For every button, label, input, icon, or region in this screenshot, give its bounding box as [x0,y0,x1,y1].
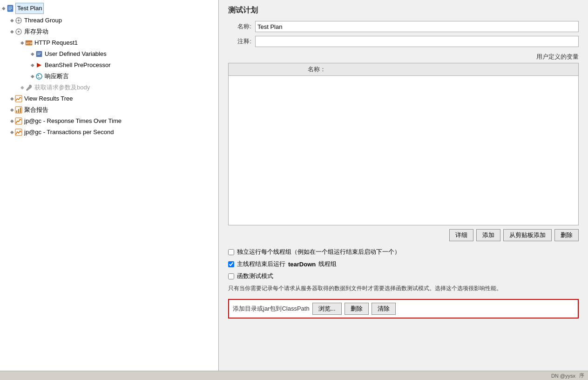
svg-rect-27 [15,129,22,136]
tree-item-assert[interactable]: ◆ 响应断言 [0,71,218,82]
tree-connector: ◆ [31,72,34,81]
tree-panel: ◆ Test Plan ◆ Thread Group ◆ 库存异动 ◆ [0,0,219,371]
comment-label: 注释: [228,37,251,46]
note-text: 只有当你需要记录每个请求从服务器取得的数据到文件时才需要选择函数测试模式。选择这… [228,284,579,292]
agg-icon [15,106,22,114]
user-defined-vars-label: 用户定义的变量 [228,53,579,61]
checkbox-label-2-suffix: 线程组 [318,260,337,268]
vars-table: 名称： [228,63,579,225]
svg-point-19 [38,75,39,76]
tree-item-ku-cun[interactable]: ◆ 库存异动 [0,26,218,37]
tree-label: BeanShell PreProcessor [45,61,111,70]
results-tree-icon [15,95,22,102]
right-panel: 测试计划 名称: 注释: 用户定义的变量 名称： [219,0,588,371]
wrench-icon [25,84,33,91]
checkbox-teardown[interactable] [228,261,234,267]
status-bar: DN @yysx 序 [0,371,588,380]
checkbox-standalone[interactable] [228,249,234,255]
comment-row: 注释: [228,36,579,47]
section-title: 测试计划 [228,6,579,15]
tree-connector: ◆ [10,128,14,137]
tree-item-agg-report[interactable]: ◆ 聚合报告 [0,104,218,115]
svg-rect-23 [16,110,17,113]
svg-point-11 [18,31,20,33]
svg-point-18 [36,74,42,79]
table-buttons: 详细 添加 从剪贴板添加 删除 [228,229,579,241]
col-name: 名称： [232,65,401,74]
tree-item-view-results-tree[interactable]: ◆ View Results Tree [0,93,218,104]
tree-item-transactions[interactable]: ◆ jp@gc - Transactions per Second [0,127,218,138]
checkbox-row-2: 主线程结束后运行 tearDown 线程组 [228,260,579,268]
checkbox-functional[interactable] [228,273,234,279]
tree-item-beanshell[interactable]: ◆ BeanShell PreProcessor [0,60,218,71]
name-input[interactable] [255,21,579,32]
tree-label: 响应断言 [45,72,69,81]
tree-label: Thread Group [24,16,62,25]
transactions-icon [15,129,22,136]
http-icon: HTTP [25,39,33,47]
svg-rect-21 [15,95,22,102]
comment-input[interactable] [255,36,579,47]
svg-text:HTTP: HTTP [26,42,33,45]
svg-marker-17 [37,63,41,68]
checkbox-label-2-bold: tearDown [288,261,316,268]
classpath-clear-button[interactable]: 清除 [372,303,396,315]
classpath-label: 添加目录或jar包到ClassPath [233,305,310,313]
name-label: 名称: [228,22,251,31]
tree-label: 库存异动 [24,27,48,36]
tree-connector: ◆ [31,49,34,59]
tree-item-response-times[interactable]: ◆ jp@gc - Response Times Over Time [0,115,218,127]
tree-connector: ◆ [10,116,14,126]
beanshell-icon [35,61,43,69]
tree-label: HTTP Request1 [34,38,78,48]
status-extra: 序 [579,372,584,379]
add-from-clipboard-button[interactable]: 从剪贴板添加 [503,229,552,241]
classpath-row: 添加目录或jar包到ClassPath 浏览... 删除 清除 [228,299,579,319]
status-text: DN @yysx [551,373,575,379]
tree-label: 获取请求参数及body [34,83,90,92]
tree-label: User Defined Variables [45,49,107,59]
tree-item-user-defined-vars[interactable]: ◆ User Defined Variables [0,48,218,60]
assert-icon [35,73,43,80]
tree-connector: ◆ [2,4,6,13]
checkbox-label-3: 函数测试模式 [237,272,273,280]
add-button[interactable]: 添加 [476,229,500,241]
delete-button[interactable]: 删除 [554,229,579,241]
tree-label: 聚合报告 [24,105,48,115]
svg-rect-24 [18,109,19,113]
svg-rect-25 [20,108,21,113]
tree-connector: ◆ [10,105,14,115]
svg-point-5 [18,20,20,21]
tree-item-http-request1[interactable]: ◆ HTTP HTTP Request1 [0,37,218,48]
tree-item-thread-group[interactable]: ◆ Thread Group [0,15,218,26]
name-row: 名称: [228,21,579,32]
vars-icon [35,50,43,58]
detail-button[interactable]: 详细 [449,229,473,241]
tree-label: Test Plan [15,3,44,14]
thread-icon [15,17,22,24]
tree-item-test-plan[interactable]: ◆ Test Plan [0,2,218,15]
testplan-icon [7,5,14,12]
svg-rect-14 [36,51,42,57]
gear-icon [15,28,22,35]
tree-connector: ◆ [10,16,14,25]
tree-label: jp@gc - Transactions per Second [24,128,114,137]
tree-connector: ◆ [20,83,24,92]
checkbox-row-3: 函数测试模式 [228,272,579,280]
tree-connector: ◆ [10,94,14,103]
checkbox-row-1: 独立运行每个线程组（例如在一个组运行结束后启动下一个） [228,248,579,256]
tree-connector: ◆ [10,27,14,36]
response-times-icon [15,117,22,125]
tree-label: View Results Tree [24,94,73,103]
tree-label: jp@gc - Response Times Over Time [24,116,122,126]
tree-item-get-params[interactable]: ◆ 获取请求参数及body [0,82,218,93]
table-header: 名称： [229,63,578,76]
browse-button[interactable]: 浏览... [312,303,342,315]
table-body [229,76,578,225]
tree-connector: ◆ [20,38,24,48]
tree-connector: ◆ [31,61,34,70]
classpath-delete-button[interactable]: 删除 [345,303,369,315]
checkbox-label-2-prefix: 主线程结束后运行 [237,260,285,268]
checkbox-label-1: 独立运行每个线程组（例如在一个组运行结束后启动下一个） [237,248,400,256]
